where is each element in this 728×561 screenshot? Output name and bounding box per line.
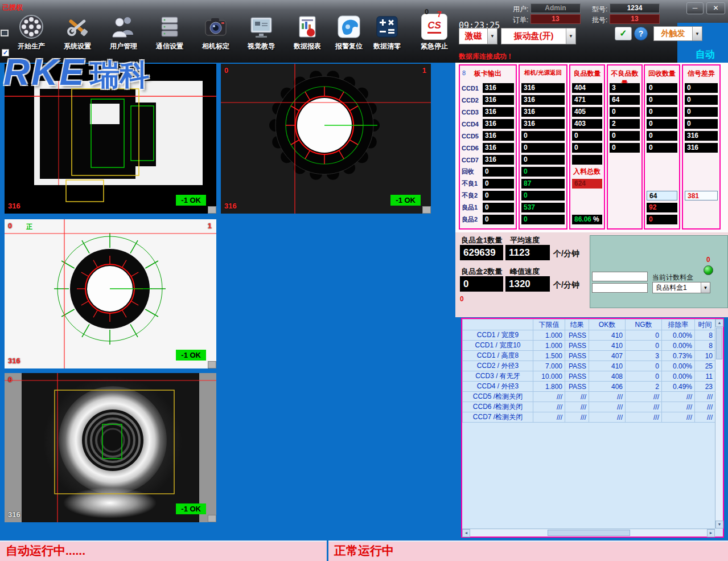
toolbar-button-label: 紧急停止 [421,42,448,51]
stat-cell: 0 [572,143,602,153]
vision-teaching-button[interactable]: 视觉教导 [239,14,283,58]
camera4-resize-handle[interactable] [208,515,216,522]
result-row[interactable]: CCD1 / 宽度101.000PASS41000.00%8 [463,341,715,351]
stat-cell: 0 [647,95,677,105]
yield-unit: % [593,215,599,223]
group-title: 良品数量 [570,65,604,82]
batch-field[interactable]: 13 [610,14,660,24]
result-row[interactable]: CCD1 / 宽度91.000PASS41000.00%8 [463,330,715,341]
stat-cell: 0 [483,167,514,177]
name-column-header [463,320,533,330]
current-box-select[interactable]: 良品料盒1 ▼ [652,282,710,293]
column-header: 时间 [695,320,715,330]
start-production-button[interactable]: 开始生产 [9,14,54,58]
stat-cell: 0 [647,143,677,153]
monitor-icon [248,14,274,40]
stat-cell: 0 [685,107,718,117]
authorized-label: 已授权 [2,3,23,13]
model-label: 型号: [592,5,607,14]
stat-cell: 3 [610,83,640,93]
result-row[interactable]: CCD4 / 外径31.800PASS40620.49%23 [463,382,715,392]
stat-cell: 316 [483,155,514,165]
machine-status: 正常运行中 [334,544,394,557]
close-button[interactable]: ✕ [706,2,725,14]
horizontal-scrollbar[interactable]: ◄ ► [462,529,715,537]
row-label: CCD7 [462,157,483,163]
count-input-2[interactable] [592,283,648,293]
chevron-down-icon[interactable]: ▼ [566,28,575,44]
stat-cell: 0 [483,179,514,189]
results-header-row: 下限值 结果 OK数 NG数 排除率 时间 [463,320,715,330]
user-management-button[interactable]: 用户管理 [101,14,146,58]
camera1-resize-handle[interactable] [208,206,216,214]
chevron-down-icon[interactable]: ▼ [692,27,702,40]
result-row[interactable]: CCD3 / 有无牙10.000PASS40800.00%11 [463,371,715,382]
stat-cell: 0 [521,143,565,153]
stat-cell: 0 [483,191,514,200]
stat-cell: 471 [572,95,602,105]
result-row[interactable]: CCD7 /检测关闭////////////////// [463,412,715,423]
data-report-button[interactable]: 数据报表 [285,14,330,58]
stat-cell: 0 [610,131,640,141]
stat-cell: 316 [483,95,514,105]
emergency-stop-icon: CS [421,14,447,40]
autostart-checkbox[interactable]: ✓ [2,49,9,56]
current-box-label: 当前计数料盒 [652,273,693,282]
camera3-image [5,219,216,368]
camera3-resize-handle[interactable] [208,361,216,368]
box2-count-value: 0 [460,276,503,292]
camera-view-2: 0 1 316 -1 OK [221,64,431,214]
scroll-down-icon[interactable]: ▼ [715,521,723,529]
row-label: 良品1 [462,203,483,212]
scroll-right-icon[interactable]: ► [707,529,715,537]
row-label: CCD5 [462,133,483,140]
model-field[interactable]: 1234 [610,3,660,13]
stat-cell: 0 [521,191,565,200]
minimize-button[interactable]: ─ [686,2,704,14]
toolbar-button-label: 通信设置 [156,42,183,51]
signal-highlight-cell: 381 [685,191,718,200]
camera2-resize-handle[interactable] [422,206,431,214]
help-button[interactable]: ? [634,27,648,40]
data-clear-button[interactable]: 数据清零 [365,14,409,58]
scroll-left-icon[interactable]: ◄ [462,529,470,537]
vertical-scrollbar[interactable]: ▲ ▼ [715,319,723,529]
system-settings-button[interactable]: 系统设置 [55,14,100,58]
vertical-scroll-thumb[interactable] [716,327,722,359]
result-row[interactable]: CCD6 /检测关闭////////////////// [463,402,715,412]
count-input-1[interactable] [592,272,648,281]
confirm-button[interactable]: ✓ [615,27,632,40]
result-row[interactable]: CCD5 /检测关闭////////////////// [463,392,715,402]
box1-count-label: 良品盒1数量 [461,235,502,245]
user-label: 用户: [513,5,528,14]
result-row[interactable]: CCD2 / 外径37.000PASS41000.00%25 [463,361,715,371]
stat-cell [572,155,602,165]
yield-cell: 86.06% [572,215,602,224]
vibration-bowl-dropdown-button[interactable]: 振动盘(开) ▼ [501,28,576,44]
result-row[interactable]: CCD1 / 高度81.500PASS40730.73%10 [463,351,715,361]
stat-cell: 537 [521,203,565,212]
toolbar-button-label: 报警复位 [335,42,363,51]
stat-cell: 316 [521,83,565,93]
communication-settings-button[interactable]: 通信设置 [147,14,192,58]
stats-group-board-output: 8 板卡输出 CCD1316 CCD2316 CCD3316 CCD4316 C… [459,64,517,230]
trigger-mode-select[interactable]: 外触发 ▼ [653,26,702,41]
emergency-stop-button[interactable]: CS 紧急停止 [412,14,456,58]
inspection-results-table: 下限值 结果 OK数 NG数 排除率 时间 CCD1 / 宽度91.000PAS… [461,318,724,538]
excite-dropdown-button[interactable]: 激磁 ▼ [459,28,497,44]
order-field[interactable]: 13 [530,14,581,24]
stat-cell: 403 [572,119,602,129]
chevron-down-icon[interactable]: ▼ [487,28,497,44]
user-field[interactable]: Admin [530,3,581,13]
stat-cell: 0 [610,143,640,153]
stat-cell: 0 [483,203,514,212]
camera-calibration-button[interactable]: 相机标定 [194,14,238,58]
stat-cell: 316 [685,131,718,141]
status-led [704,265,713,275]
camera4-image [5,373,216,522]
stat-cell: 0 [685,83,718,93]
chevron-down-icon[interactable]: ▼ [701,282,710,293]
scroll-up-icon[interactable]: ▲ [715,319,723,327]
horizontal-scroll-thumb[interactable] [548,530,630,536]
panel-zero-note: 0 [706,256,710,264]
